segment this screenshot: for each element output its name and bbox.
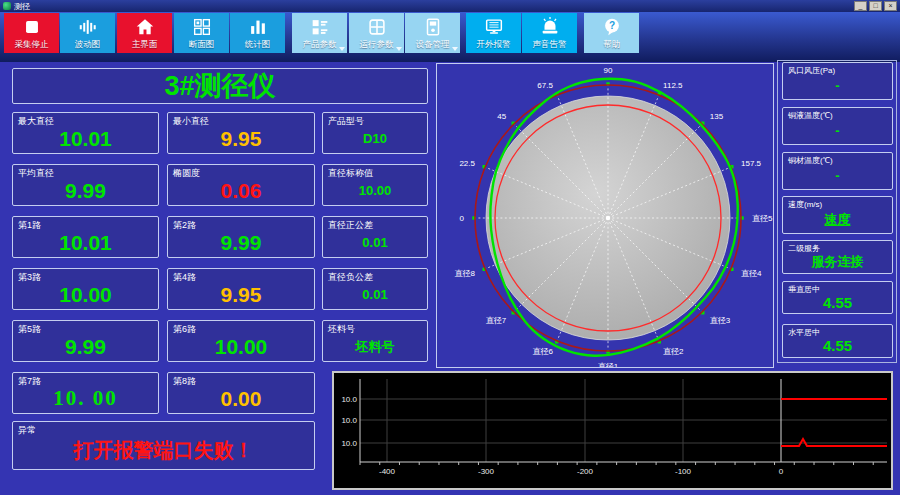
right-panel-value: - xyxy=(783,72,892,99)
right-panel-5: 二级服务服务连接 xyxy=(782,240,893,274)
measure-cell-r6c1: 第7路10. 00 xyxy=(12,372,159,414)
spoke-label: 45 xyxy=(497,112,506,121)
sound-alarm-icon xyxy=(539,16,561,42)
chevron-down-icon xyxy=(452,47,458,51)
app-icon xyxy=(3,2,11,10)
home-icon xyxy=(134,16,156,42)
waveform-icon xyxy=(77,16,99,42)
window-title: 测径 xyxy=(14,2,30,11)
window-controls: _□× xyxy=(854,1,897,11)
run-params-icon xyxy=(366,16,388,42)
spoke-label: 90 xyxy=(604,66,613,75)
titlebar: 测径 _□× xyxy=(0,0,900,12)
measure-cell-r1c3: 产品型号D10 xyxy=(322,112,428,154)
center-dot xyxy=(606,216,610,220)
svg-text:?: ? xyxy=(608,20,614,31)
right-panel-value: - xyxy=(783,162,892,189)
spoke-label: 直径7 xyxy=(486,316,507,325)
measure-cell-r1c2: 最小直径9.95 xyxy=(167,112,315,154)
toolbar-button-9[interactable]: 开外报警 xyxy=(466,13,521,53)
measure-cell-value: 10.01 xyxy=(13,124,158,153)
close-button[interactable]: × xyxy=(884,1,897,11)
spoke-label: 直径2 xyxy=(663,347,684,356)
y-tick-label: 10.0 xyxy=(341,439,357,448)
measure-cell-r4c2: 第4路9.95 xyxy=(167,268,315,310)
chevron-down-icon xyxy=(396,47,402,51)
measure-cell-r1c1: 最大直径10.01 xyxy=(12,112,159,154)
measure-cell-r2c2: 椭圆度0.06 xyxy=(167,164,315,206)
spoke-label: 直径5 xyxy=(752,214,773,223)
measure-cell-r3c2: 第2路9.99 xyxy=(167,216,315,258)
toolbar-button-4[interactable]: 断面图 xyxy=(174,13,229,53)
x-tick-label: -100 xyxy=(675,467,692,476)
trend-svg: 10.010.010.0-400-300-200-1000 xyxy=(334,373,891,488)
minimize-button[interactable]: _ xyxy=(854,1,867,11)
toolbar-button-5[interactable]: 统计图 xyxy=(230,13,285,53)
measure-cell-value: 9.99 xyxy=(168,228,314,257)
external-alarm-icon xyxy=(483,16,505,42)
right-panel-value[interactable]: 速度 xyxy=(783,206,892,233)
measure-cell-r4c1: 第3路10.00 xyxy=(12,268,159,310)
measure-cell-value: 9.99 xyxy=(13,176,158,205)
section-view-icon xyxy=(191,16,213,42)
measure-cell-r4c3: 直径负公差0.01 xyxy=(322,268,428,310)
exception-box: 异常 打开报警端口失败！ xyxy=(12,421,315,470)
spoke-label: 直径3 xyxy=(710,316,731,325)
measure-cell-value: 0.01 xyxy=(323,280,427,309)
measure-cell-r3c3: 直径正公差0.01 xyxy=(322,216,428,258)
measure-cell-value: 10.00 xyxy=(168,332,314,361)
chevron-down-icon xyxy=(339,47,345,51)
toolbar-button-6[interactable]: 产品参数 xyxy=(292,13,347,53)
measure-cell-value: 0.06 xyxy=(168,176,314,205)
exception-message: 打开报警端口失败！ xyxy=(13,432,314,469)
spoke-label: 直径4 xyxy=(741,269,762,278)
device-manage-icon xyxy=(422,16,444,42)
right-panel-value: 4.55 xyxy=(783,334,892,357)
measure-cell-r6c2: 第8路0.00 xyxy=(167,372,315,414)
measure-cell-r5c2: 第6路10.00 xyxy=(167,320,315,362)
spoke-label: 0 xyxy=(460,214,465,223)
measure-cell-value: 0.01 xyxy=(323,228,427,257)
right-panel-value: 服务连接 xyxy=(783,250,892,273)
measure-cell-r2c1: 平均直径9.99 xyxy=(12,164,159,206)
gauge-title: 3#测径仪 xyxy=(164,68,275,104)
cross-section-svg: 022.54567.590112.5135157.5直径5直径4直径3直径2直径… xyxy=(437,64,773,367)
help-icon: ? xyxy=(601,16,623,42)
right-panel-value: 4.55 xyxy=(783,291,892,313)
spoke-label: 157.5 xyxy=(741,159,762,168)
toolbar: 采集停止波动图主界面断面图统计图产品参数运行参数设备管理开外报警声音告警?帮助 xyxy=(0,12,900,62)
spoke-label: 67.5 xyxy=(537,81,553,90)
toolbar-button-8[interactable]: 设备管理 xyxy=(405,13,460,53)
measure-cell-value: 0.00 xyxy=(168,384,314,413)
x-tick-label: -200 xyxy=(577,467,594,476)
x-tick-label: -300 xyxy=(478,467,495,476)
toolbar-button-3[interactable]: 主界面 xyxy=(117,13,172,53)
spoke-label: 112.5 xyxy=(663,81,683,90)
measure-cell-r5c3: 坯料号坯料号 xyxy=(322,320,428,362)
toolbar-button-2[interactable]: 波动图 xyxy=(60,13,115,53)
y-tick-label: 10.0 xyxy=(341,416,357,425)
bar-chart-icon xyxy=(247,16,269,42)
spoke-label: 直径6 xyxy=(532,347,553,356)
maximize-button[interactable]: □ xyxy=(869,1,882,11)
measure-cell-value: D10 xyxy=(323,124,427,153)
x-tick-label: 0 xyxy=(779,467,784,476)
x-tick-label: -400 xyxy=(379,467,396,476)
measure-cell-r3c1: 第1路10.01 xyxy=(12,216,159,258)
toolbar-button-11[interactable]: ?帮助 xyxy=(584,13,639,53)
product-params-icon xyxy=(309,16,331,42)
app-window: 测径 _□× 采集停止波动图主界面断面图统计图产品参数运行参数设备管理开外报警声… xyxy=(0,0,900,495)
measure-cell-value: 9.95 xyxy=(168,280,314,309)
measure-cell-value: 10.00 xyxy=(323,176,427,205)
measure-cell-value: 10. 00 xyxy=(13,384,158,413)
toolbar-button-10[interactable]: 声音告警 xyxy=(522,13,577,53)
stop-icon xyxy=(21,16,43,42)
spoke-label: 直径8 xyxy=(455,269,476,278)
right-panel-3: 铜材温度(℃)- xyxy=(782,152,893,190)
toolbar-button-1[interactable]: 采集停止 xyxy=(4,13,59,53)
toolbar-button-7[interactable]: 运行参数 xyxy=(349,13,404,53)
right-panel-6: 垂直居中4.55 xyxy=(782,281,893,314)
measure-cell-value: 10.01 xyxy=(13,228,158,257)
right-panel-4: 速度(m/s)速度 xyxy=(782,196,893,234)
measure-cell-value: 9.99 xyxy=(13,332,158,361)
